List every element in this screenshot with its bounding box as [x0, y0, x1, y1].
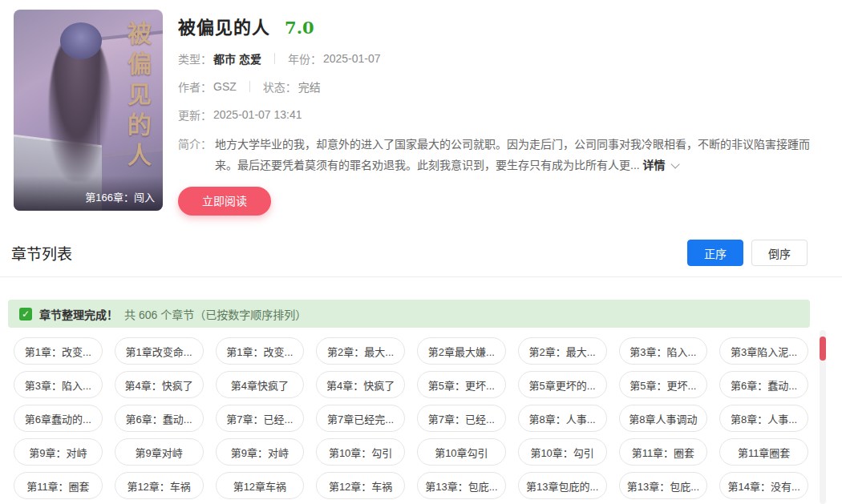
divider	[249, 81, 250, 92]
chapter-item[interactable]: 第2章最大嫌...	[417, 337, 506, 365]
chapter-item[interactable]: 第9章对峙	[115, 438, 204, 466]
chapter-item[interactable]: 第11章圈套	[719, 438, 808, 466]
chapter-item[interactable]: 第14章：没有...	[719, 472, 808, 499]
notice-bold-text: 章节整理完成！	[39, 306, 118, 322]
chapter-item[interactable]: 第12章车祸	[216, 472, 305, 499]
chevron-down-icon[interactable]	[670, 159, 679, 168]
chapter-item[interactable]: 第6章蠢动的...	[14, 405, 103, 432]
status-value: 完结	[298, 79, 321, 95]
comic-detail-page: 被偏见的人 第166章：闯入 被偏见的人 7.0 类型： 都市 恋爱 年份： 2…	[0, 0, 842, 504]
author-label: 作者：	[178, 79, 212, 95]
chapter-item[interactable]: 第10章：勾引	[518, 438, 607, 466]
sort-buttons: 正序 倒序	[687, 240, 808, 266]
chapter-item[interactable]: 第5章更坏的...	[518, 371, 607, 398]
status-label: 状态：	[263, 79, 297, 95]
description-text: 地方大学毕业的我，却意外的进入了国家最大的公司就职。因为走后门，公司同事对我冷眼…	[215, 138, 810, 171]
chapter-item[interactable]: 第4章快疯了	[216, 371, 305, 398]
year-value: 2025-01-07	[323, 52, 381, 65]
chapters-notice: ✓ 章节整理完成！ 共 606 个章节（已按数字顺序排列）	[8, 300, 810, 328]
chapter-item[interactable]: 第3章陷入泥...	[719, 337, 808, 365]
type-value: 都市 恋爱	[213, 50, 261, 67]
chapter-item[interactable]: 第6章：蠢动...	[115, 405, 204, 432]
chapter-item[interactable]: 第1章：改变...	[216, 337, 305, 365]
cover-art-title: 被偏见的人	[119, 21, 155, 173]
chapter-item[interactable]: 第11章：圈套	[619, 438, 708, 466]
chapter-grid: 第1章：改变...第1章改变命...第1章：改变...第2章：最大...第2章最…	[14, 337, 808, 499]
chapter-item[interactable]: 第12章：车祸	[115, 472, 204, 499]
type-label: 类型：	[178, 50, 212, 67]
chapter-item[interactable]: 第12章：车祸	[316, 472, 405, 499]
chapter-item[interactable]: 第4章：快疯了	[115, 371, 204, 398]
chapter-item[interactable]: 第4章：快疯了	[316, 371, 405, 398]
sort-desc-button[interactable]: 倒序	[751, 240, 808, 266]
comic-header: 被偏见的人 第166章：闯入 被偏见的人 7.0 类型： 都市 恋爱 年份： 2…	[14, 10, 812, 216]
chapter-item[interactable]: 第8章：人事...	[518, 405, 607, 432]
chapter-item[interactable]: 第10章：勾引	[316, 438, 405, 466]
read-now-button[interactable]: 立即阅读	[178, 187, 271, 216]
check-icon: ✓	[19, 308, 32, 321]
chapter-item[interactable]: 第3章：陷入...	[14, 371, 103, 398]
detail-expand-link[interactable]: 详情	[643, 159, 666, 171]
chapter-item[interactable]: 第13章包庇的...	[518, 472, 607, 499]
comic-title: 被偏见的人	[178, 13, 270, 38]
chapter-item[interactable]: 第11章：圈套	[14, 472, 103, 499]
chapter-scrollbar-thumb[interactable]	[820, 337, 826, 361]
description: 简介：地方大学毕业的我，却意外的进入了国家最大的公司就职。因为走后门，公司同事对…	[178, 134, 812, 175]
update-label: 更新：	[178, 107, 212, 123]
chapter-section-header: 章节列表 正序 倒序	[11, 240, 808, 266]
chapter-item[interactable]: 第8章人事调动	[619, 405, 708, 432]
notice-text: 共 606 个章节（已按数字顺序排列）	[124, 306, 306, 322]
chapter-item[interactable]: 第13章：包庇...	[619, 472, 708, 499]
chapter-list-title: 章节列表	[11, 242, 72, 264]
chapter-item[interactable]: 第13章：包庇...	[417, 472, 506, 499]
description-label: 简介：	[178, 134, 212, 155]
author-value: GSZ	[213, 80, 237, 93]
chapter-item[interactable]: 第10章勾引	[417, 438, 506, 466]
sort-asc-button[interactable]: 正序	[687, 240, 743, 266]
year-label: 年份：	[288, 50, 322, 67]
chapter-item[interactable]: 第3章：陷入...	[619, 337, 708, 365]
update-value: 2025-01-07 13:41	[213, 108, 302, 121]
title-row: 被偏见的人 7.0	[178, 13, 812, 38]
comic-info: 被偏见的人 7.0 类型： 都市 恋爱 年份： 2025-01-07 作者： G…	[178, 10, 812, 216]
chapter-item[interactable]: 第1章改变命...	[115, 337, 204, 365]
divider	[274, 53, 275, 64]
chapter-item[interactable]: 第6章：蠢动...	[719, 371, 808, 398]
chapter-item[interactable]: 第1章：改变...	[14, 337, 103, 365]
cover-image[interactable]: 被偏见的人 第166章：闯入	[14, 10, 163, 211]
chapter-item[interactable]: 第2章：最大...	[518, 337, 607, 365]
rating-score: 7.0	[285, 18, 314, 38]
latest-chapter-badge: 第166章：闯入	[14, 175, 163, 211]
chapter-item[interactable]: 第8章：人事...	[719, 405, 808, 432]
meta-line-type-year: 类型： 都市 恋爱 年份： 2025-01-07	[178, 50, 812, 67]
chapter-item[interactable]: 第7章：已经...	[417, 405, 506, 432]
chapter-item[interactable]: 第9章：对峙	[14, 438, 103, 466]
chapter-item[interactable]: 第5章：更坏...	[417, 371, 506, 398]
meta-line-author-status: 作者： GSZ 状态： 完结	[178, 79, 812, 95]
chapter-item[interactable]: 第2章：最大...	[316, 337, 405, 365]
chapter-scrollbar-track[interactable]	[820, 330, 826, 504]
chapter-item[interactable]: 第5章：更坏...	[619, 371, 708, 398]
chapter-item[interactable]: 第7章已经完...	[316, 405, 405, 432]
section-divider	[0, 276, 842, 277]
cover-art-hair	[60, 22, 102, 59]
chapter-item[interactable]: 第9章：对峙	[216, 438, 305, 466]
chapter-item[interactable]: 第7章：已经...	[216, 405, 305, 432]
meta-line-update: 更新： 2025-01-07 13:41	[178, 107, 812, 123]
